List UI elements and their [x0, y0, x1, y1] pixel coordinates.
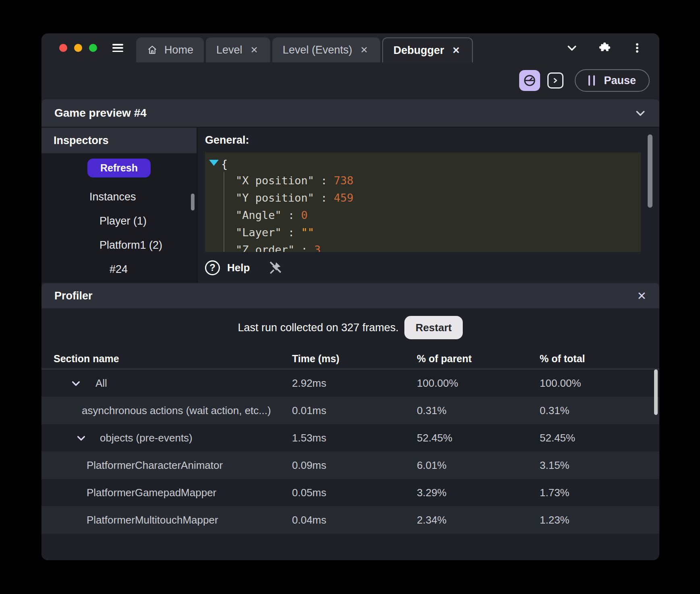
inspectors-scrollbar-thumb[interactable]	[191, 194, 195, 210]
general-section-title: General:	[205, 128, 659, 153]
table-row[interactable]: PlatformerMultitouchMapper0.04ms2.34%1.2…	[41, 506, 659, 534]
pct-total-cell: 3.15%	[540, 459, 659, 472]
tab-level-events-[interactable]: Level (Events)✕	[272, 37, 380, 62]
json-value[interactable]: 459	[334, 192, 354, 204]
restart-button[interactable]: Restart	[404, 316, 463, 339]
pause-button[interactable]: Pause	[575, 69, 650, 92]
profiler-table-rows: All2.92ms100.00%100.00%asynchronous acti…	[41, 369, 659, 534]
titlebar-actions	[566, 33, 659, 62]
tab-label: Level	[216, 44, 242, 56]
expand-chevron-icon[interactable]	[70, 378, 81, 389]
tab-close-icon[interactable]: ✕	[451, 44, 462, 57]
pct-parent-cell: 0.31%	[417, 404, 540, 417]
tab-close-icon[interactable]: ✕	[358, 44, 369, 56]
game-preview-header[interactable]: Game preview #4	[41, 99, 659, 127]
table-row[interactable]: objects (pre-events)1.53ms52.45%52.45%	[41, 424, 659, 452]
inspector-split: Inspectors Refresh InstancesPlayer (1)Pl…	[41, 127, 659, 283]
json-open-brace: {	[211, 157, 641, 172]
time-cell: 2.92ms	[292, 377, 417, 390]
menu-icon[interactable]	[112, 44, 123, 52]
inspector-item-player-1-[interactable]: Player (1)	[41, 209, 197, 233]
inspector-item-instances[interactable]: Instances	[41, 185, 197, 209]
console-button[interactable]	[547, 72, 563, 89]
extensions-puzzle-icon[interactable]	[598, 41, 611, 54]
json-property: "X position" : 738	[236, 172, 641, 189]
section-name: objects (pre-events)	[100, 432, 193, 444]
chevron-down-icon[interactable]	[566, 42, 578, 54]
time-cell: 1.53ms	[292, 432, 417, 444]
tab-label: Debugger	[393, 44, 444, 57]
inspectors-list-container: Refresh InstancesPlayer (1)Platform1 (2)…	[41, 153, 197, 283]
section-name: All	[95, 377, 107, 390]
inspectors-panel: Inspectors Refresh InstancesPlayer (1)Pl…	[41, 128, 198, 283]
json-property-lines: "X position" : 738"Y position" : 459"Ang…	[224, 172, 641, 252]
kebab-menu-icon[interactable]	[631, 42, 643, 54]
title-bar: HomeLevel✕Level (Events)✕Debugger✕	[41, 33, 659, 62]
json-property: "Angle" : 0	[236, 206, 641, 224]
json-value[interactable]: 738	[334, 174, 354, 187]
column-header: Section name	[41, 353, 292, 365]
tab-label: Level (Events)	[283, 44, 352, 56]
pct-parent-cell: 3.29%	[417, 487, 540, 499]
column-header: % of total	[540, 353, 659, 365]
home-icon	[147, 44, 158, 56]
pct-total-cell: 0.31%	[540, 404, 659, 417]
json-value[interactable]: ""	[301, 226, 315, 239]
game-preview-title: Game preview #4	[54, 107, 147, 120]
close-window-button[interactable]	[59, 44, 67, 52]
section-name: PlatformerGamepadMapper	[87, 487, 216, 499]
time-cell: 0.04ms	[292, 514, 417, 526]
tab-debugger[interactable]: Debugger✕	[382, 37, 473, 62]
profiler-table-header: Section nameTime (ms)% of parent% of tot…	[41, 349, 659, 369]
profiler-status-row: Last run collected on 327 frames. Restar…	[41, 308, 659, 347]
tab-close-icon[interactable]: ✕	[249, 44, 260, 56]
collapse-chevron-icon[interactable]	[634, 107, 646, 119]
profiler-body: Last run collected on 327 frames. Restar…	[41, 308, 659, 560]
profiler-header: Profiler ✕	[41, 283, 659, 308]
pct-total-cell: 1.23%	[540, 514, 659, 526]
zoom-window-button[interactable]	[89, 44, 97, 52]
profiler-close-icon[interactable]: ✕	[637, 289, 646, 303]
inspectors-panel-title: Inspectors	[41, 128, 197, 153]
json-value[interactable]: 0	[301, 209, 308, 221]
table-row[interactable]: asynchronous actions (wait action, etc..…	[41, 397, 659, 424]
inspector-item--24[interactable]: #24	[41, 257, 197, 281]
pct-parent-cell: 2.34%	[417, 514, 540, 526]
minimize-window-button[interactable]	[74, 44, 82, 52]
profiler-toggle-button[interactable]	[519, 70, 540, 91]
pct-total-cell: 52.45%	[540, 432, 659, 444]
profiler-table-scrollbar-thumb[interactable]	[654, 369, 658, 415]
json-value[interactable]: 3	[314, 243, 321, 252]
detail-scrollbar-thumb[interactable]	[648, 134, 652, 208]
tab-bar: HomeLevel✕Level (Events)✕Debugger✕	[136, 33, 473, 62]
section-name: PlatformerMultitouchMapper	[87, 514, 218, 526]
table-row[interactable]: PlatformerCharacterAnimator0.09ms6.01%3.…	[41, 452, 659, 479]
pin-off-icon[interactable]	[267, 260, 283, 275]
section-name: PlatformerCharacterAnimator	[87, 459, 223, 472]
help-label: Help	[227, 262, 250, 274]
help-icon[interactable]: ?	[205, 260, 220, 275]
inspector-item-platform1-2-[interactable]: Platform1 (2)	[41, 233, 197, 257]
help-row: ? Help	[205, 254, 659, 282]
inspector-detail-panel: General: { "X position" : 738"Y position…	[198, 128, 659, 283]
pct-parent-cell: 6.01%	[417, 459, 540, 472]
column-header: % of parent	[417, 353, 540, 365]
pause-button-label: Pause	[604, 74, 636, 87]
pct-total-cell: 1.73%	[540, 487, 659, 499]
time-cell: 0.01ms	[292, 404, 417, 417]
expand-chevron-icon[interactable]	[76, 433, 87, 443]
table-row[interactable]: PlatformerGamepadMapper0.05ms3.29%1.73%	[41, 479, 659, 506]
table-row[interactable]: All2.92ms100.00%100.00%	[41, 369, 659, 397]
tab-home[interactable]: Home	[136, 37, 204, 62]
refresh-button[interactable]: Refresh	[87, 159, 151, 177]
traffic-lights	[41, 33, 112, 62]
pct-total-cell: 100.00%	[540, 377, 659, 390]
inspectors-tree: InstancesPlayer (1)Platform1 (2)#24	[41, 185, 197, 281]
time-cell: 0.09ms	[292, 459, 417, 472]
tab-level[interactable]: Level✕	[206, 37, 270, 62]
pause-icon	[588, 75, 595, 86]
debugger-window: HomeLevel✕Level (Events)✕Debugger✕ Pause	[41, 33, 659, 560]
profiler-title: Profiler	[54, 290, 93, 302]
json-property: "Layer" : ""	[236, 224, 641, 241]
collapse-triangle-icon[interactable]	[209, 160, 219, 166]
